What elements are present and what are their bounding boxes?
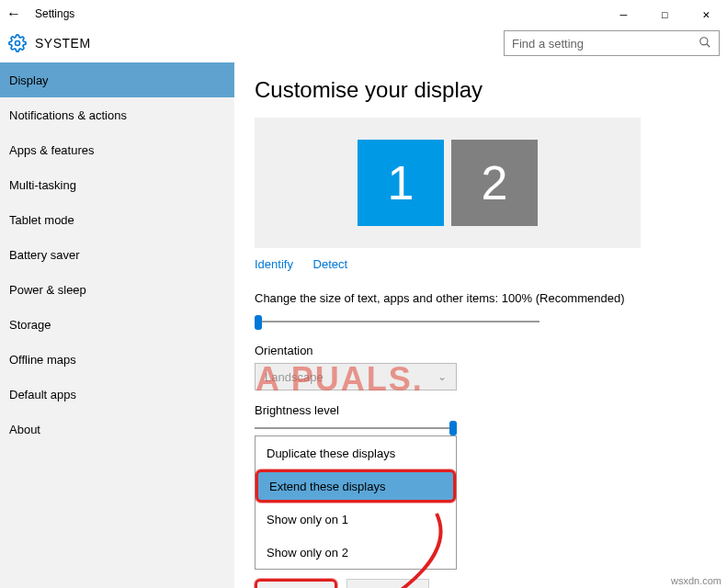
window-title: Settings <box>28 7 603 20</box>
orientation-label: Orientation <box>255 344 707 357</box>
content-area: Customise your display 1 2 Identify Dete… <box>234 62 727 588</box>
option-only1[interactable]: Show only on 1 <box>256 503 456 536</box>
detect-link[interactable]: Detect <box>313 257 348 271</box>
page-title: Customise your display <box>255 77 707 103</box>
search-placeholder: Find a setting <box>512 37 699 51</box>
cancel-button[interactable]: Cancel <box>346 579 429 588</box>
back-button[interactable]: ← <box>0 6 28 22</box>
monitor-1[interactable]: 1 <box>358 140 444 226</box>
search-input[interactable]: Find a setting <box>504 30 720 56</box>
header-label: SYSTEM <box>35 36 91 51</box>
sidebar-item-defaultapps[interactable]: Default apps <box>0 377 234 412</box>
option-only2[interactable]: Show only on 2 <box>256 536 456 569</box>
multi-display-dropdown[interactable]: Duplicate these displays Extend these di… <box>255 435 457 570</box>
option-duplicate[interactable]: Duplicate these displays <box>256 436 456 469</box>
option-extend[interactable]: Extend these displays <box>256 469 456 503</box>
display-arrangement[interactable]: 1 2 <box>255 118 641 248</box>
sidebar-item-storage[interactable]: Storage <box>0 307 234 342</box>
sidebar-item-offlinemaps[interactable]: Offline maps <box>0 342 234 377</box>
monitor-2[interactable]: 2 <box>451 140 538 226</box>
sidebar: Display Notifications & actions Apps & f… <box>0 62 234 588</box>
brightness-slider[interactable] <box>255 423 457 434</box>
minimize-button[interactable]: — <box>603 0 644 28</box>
orientation-value: Landscape <box>265 370 324 384</box>
scale-slider[interactable] <box>255 312 540 331</box>
gear-icon <box>7 33 28 53</box>
maximize-button[interactable]: ☐ <box>644 0 686 28</box>
identify-link[interactable]: Identify <box>255 257 293 271</box>
sidebar-item-about[interactable]: About <box>0 412 234 447</box>
brightness-label: Brightness level <box>255 403 707 417</box>
sidebar-item-notifications[interactable]: Notifications & actions <box>0 97 234 132</box>
orientation-dropdown[interactable]: Landscape ⌄ <box>255 363 457 390</box>
sidebar-item-display[interactable]: Display <box>0 62 234 97</box>
sidebar-item-tablet[interactable]: Tablet mode <box>0 202 234 237</box>
svg-point-0 <box>16 41 20 46</box>
close-button[interactable]: ✕ <box>686 0 727 28</box>
sidebar-item-apps[interactable]: Apps & features <box>0 132 234 167</box>
sidebar-item-battery[interactable]: Battery saver <box>0 237 234 272</box>
svg-point-1 <box>700 37 708 44</box>
source-attribution: wsxdn.com <box>671 575 721 586</box>
apply-button[interactable]: Apply <box>255 579 337 588</box>
scale-label: Change the size of text, apps and other … <box>255 291 707 305</box>
search-icon <box>699 36 711 51</box>
chevron-down-icon: ⌄ <box>437 370 447 383</box>
sidebar-item-power[interactable]: Power & sleep <box>0 272 234 307</box>
sidebar-item-multitasking[interactable]: Multi-tasking <box>0 167 234 202</box>
svg-line-2 <box>707 43 710 47</box>
